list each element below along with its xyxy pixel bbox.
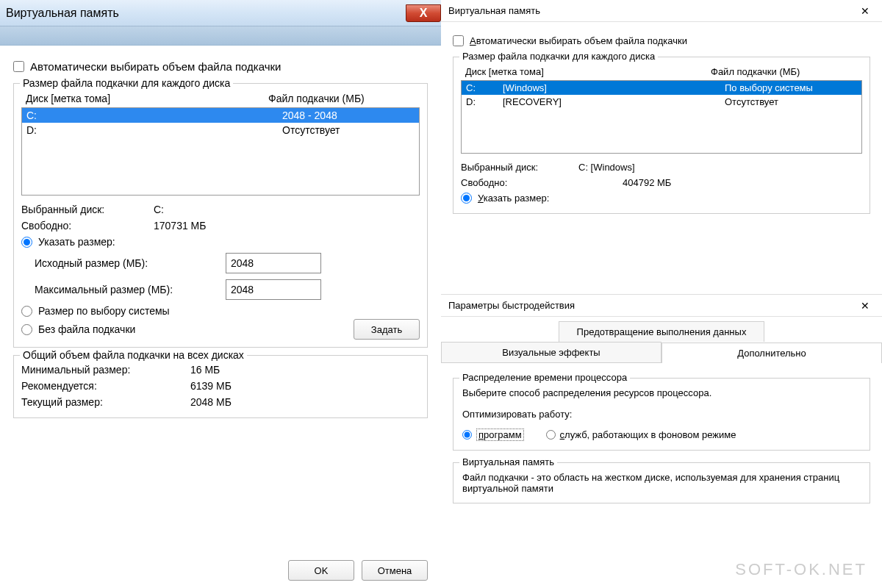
auto-manage-checkbox-right[interactable] <box>453 35 464 46</box>
col-file-right: Файл подкачки (МБ) <box>711 66 858 77</box>
col-disk-left: Диск [метка тома] <box>26 93 268 104</box>
set-button-left[interactable]: Задать <box>354 319 420 340</box>
vm-group-title: Виртуальная память <box>459 456 557 467</box>
auto-manage-checkbox-left[interactable] <box>13 61 24 72</box>
auto-manage-label-right: Автоматически выбирать объем файла подка… <box>470 35 687 46</box>
cancel-button-left[interactable]: Отмена <box>362 560 428 581</box>
titlebar-win7: Виртуальная память X <box>0 0 441 26</box>
initial-size-label-left: Исходный размер (МБ): <box>35 257 226 269</box>
window-title-right: Виртуальная память <box>448 5 540 16</box>
selected-disk-label-right: Выбранный диск: <box>461 162 578 173</box>
titlebar-win10-perf: Параметры быстродействия ✕ <box>441 295 882 317</box>
cpu-group-title: Распределение времени процессора <box>459 372 630 383</box>
radio-programs[interactable] <box>462 430 472 440</box>
total-group-title-left: Общий объем файла подкачки на всех диска… <box>20 349 247 361</box>
max-size-input-left[interactable] <box>226 279 321 300</box>
close-icon: X <box>420 7 428 20</box>
radio-services[interactable] <box>546 430 556 440</box>
disk-group-title-left: Размер файла подкачки для каждого диска <box>20 77 233 89</box>
close-icon: ✕ <box>861 300 870 312</box>
window-title-left: Виртуальная память <box>6 7 119 20</box>
cpu-scheduling-group: Распределение времени процессора Выберит… <box>453 378 870 451</box>
radio-custom-left[interactable] <box>21 237 32 248</box>
radio-system-left[interactable] <box>21 306 32 317</box>
disk-group-title-right: Размер файла подкачки для каждого диска <box>459 51 658 62</box>
radio-services-label: служб, работающих в фоновом режиме <box>560 429 736 440</box>
radio-none-label-left: Без файла подкачки <box>38 323 135 335</box>
disk-listbox-left[interactable]: C: 2048 - 2048 D: Отсутствует <box>21 107 420 196</box>
selected-disk-value-right: C: [Windows] <box>578 162 635 173</box>
list-row[interactable]: D: [RECOVERY] Отсутствует <box>462 95 861 109</box>
free-value-left: 170731 МБ <box>154 220 206 232</box>
rec-value: 6139 МБ <box>190 380 232 392</box>
list-row[interactable]: C: [Windows] По выбору системы <box>462 81 861 95</box>
min-label: Минимальный размер: <box>21 364 190 376</box>
disk-groupbox-right: Размер файла подкачки для каждого диска … <box>453 57 870 214</box>
tab-visual-effects[interactable]: Визуальные эффекты <box>441 342 662 362</box>
free-label-left: Свободно: <box>21 220 154 232</box>
close-icon: ✕ <box>861 5 870 17</box>
optimize-label: Оптимизировать работу: <box>462 409 861 420</box>
radio-custom-right[interactable] <box>461 193 472 204</box>
auto-manage-label-left: Автоматически выбирать объем файла подка… <box>30 60 281 73</box>
close-button-win10-vm[interactable]: ✕ <box>848 0 882 22</box>
min-value: 16 МБ <box>190 364 220 376</box>
total-groupbox-left: Общий объем файла подкачки на всех диска… <box>13 355 428 418</box>
radio-services-wrapper[interactable]: служб, работающих в фоновом режиме <box>546 429 736 440</box>
free-value-right: 404792 МБ <box>578 177 671 188</box>
perf-window-title: Параметры быстродействия <box>448 300 575 311</box>
disk-listbox-right[interactable]: C: [Windows] По выбору системы D: [RECOV… <box>461 80 862 154</box>
col-disk-right: Диск [метка тома] <box>465 66 711 77</box>
free-label-right: Свободно: <box>461 177 578 188</box>
ok-button-left[interactable]: OK <box>288 560 354 581</box>
radio-none-left[interactable] <box>21 324 32 335</box>
radio-custom-label-left: Указать размер: <box>38 236 115 248</box>
tab-dep[interactable]: Предотвращение выполнения данных <box>559 321 765 342</box>
rec-label: Рекомендуется: <box>21 380 190 392</box>
cur-label: Текущий размер: <box>21 396 190 408</box>
list-row[interactable]: C: 2048 - 2048 <box>22 108 419 123</box>
close-button-win7[interactable]: X <box>406 4 441 22</box>
radio-custom-label-right: Указать размер: <box>478 193 549 204</box>
radio-programs-wrapper[interactable]: программ <box>462 429 524 441</box>
glass-separator <box>0 26 441 46</box>
cpu-desc: Выберите способ распределения ресурсов п… <box>462 387 861 398</box>
selected-disk-label-left: Выбранный диск: <box>21 204 154 215</box>
radio-programs-label: программ <box>476 429 524 441</box>
titlebar-win10-vm: Виртуальная память ✕ <box>441 0 882 22</box>
disk-groupbox-left: Размер файла подкачки для каждого диска … <box>13 83 428 348</box>
selected-disk-value-left: C: <box>154 204 164 215</box>
radio-system-label-left: Размер по выбору системы <box>38 305 170 317</box>
vm-group: Виртуальная память Файл подкачки - это о… <box>453 462 870 503</box>
close-button-win10-perf[interactable]: ✕ <box>848 295 882 317</box>
max-size-label-left: Максимальный размер (МБ): <box>35 284 226 295</box>
col-file-left: Файл подкачки (МБ) <box>268 93 415 104</box>
cur-value: 2048 МБ <box>190 396 232 408</box>
vm-desc: Файл подкачки - это область на жестком д… <box>462 472 861 494</box>
initial-size-input-left[interactable] <box>226 253 321 273</box>
list-row[interactable]: D: Отсутствует <box>22 123 419 137</box>
tab-advanced[interactable]: Дополнительно <box>662 343 882 363</box>
